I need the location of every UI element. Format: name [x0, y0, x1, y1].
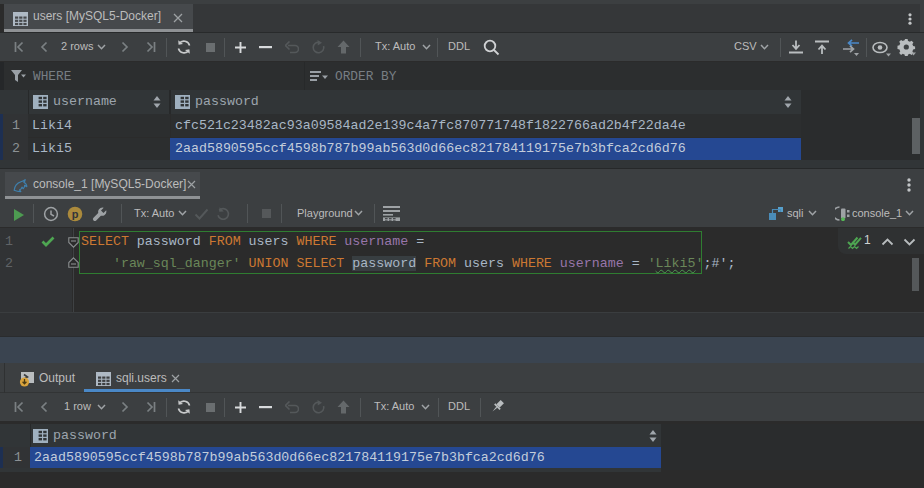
svg-text:p: p — [72, 208, 79, 220]
